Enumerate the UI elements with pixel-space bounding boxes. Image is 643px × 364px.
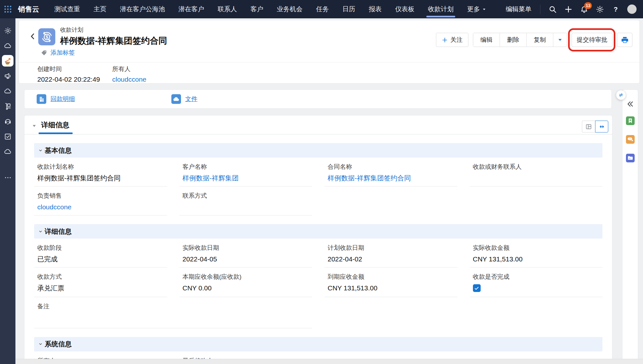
related-links-card: 回款明细文件 xyxy=(24,89,612,109)
tab-detail-info[interactable]: 详细信息 xyxy=(41,120,69,130)
add-tag-row[interactable]: 添加标签 xyxy=(41,49,75,57)
task-check-icon xyxy=(4,132,12,141)
layout-view-icon[interactable] xyxy=(582,121,595,132)
search-icon[interactable] xyxy=(548,5,557,14)
edit-button[interactable]: 编辑 xyxy=(473,33,500,47)
created-time-value: 2022-04-02 20:22:49 xyxy=(37,76,112,83)
help-icon[interactable]: ? xyxy=(611,5,620,14)
field-label: 联系方式 xyxy=(183,192,312,200)
bottom-scrollbar-track[interactable] xyxy=(15,359,643,364)
clone-button[interactable]: 复制 xyxy=(527,33,553,47)
back-chevron-icon[interactable] xyxy=(29,32,37,41)
sidebar-item[interactable] xyxy=(2,131,14,142)
nav-item[interactable]: 潜在客户公海池 xyxy=(113,0,172,18)
owner-link[interactable]: cloudccone xyxy=(112,76,187,83)
nav-item-label: 联系人 xyxy=(218,5,237,14)
field-value: CNY 131,513.00 xyxy=(328,283,457,293)
nav-item-label: 更多 xyxy=(467,5,480,14)
field-value[interactable]: 样例数据-祥辉集团签约合同 xyxy=(328,173,457,183)
delete-button[interactable]: 删除 xyxy=(500,33,527,47)
more-dots-icon xyxy=(4,174,12,182)
related-link-label[interactable]: 文件 xyxy=(185,95,197,103)
notification-badge: 13 xyxy=(584,2,592,9)
section-header[interactable]: 详细信息 xyxy=(34,224,602,239)
bell-icon[interactable]: 13 xyxy=(580,5,588,14)
payment-plan-record-icon: $ xyxy=(38,28,55,45)
chat-bubbles-icon[interactable] xyxy=(626,135,635,144)
related-link-item[interactable]: 文件 xyxy=(171,94,197,104)
field-label: 计划收款日期 xyxy=(328,244,457,252)
panel-swap-toggle-icon[interactable] xyxy=(616,90,626,100)
sidebar-item[interactable] xyxy=(2,70,14,82)
chevron-down-icon xyxy=(38,341,43,347)
section-header[interactable]: 系统信息 xyxy=(34,337,602,351)
nav-item[interactable]: 潜在客户 xyxy=(172,0,211,18)
edit-menu-button[interactable]: 编辑菜单 xyxy=(506,5,531,14)
section-header[interactable]: 基本信息 xyxy=(34,143,602,158)
bookmark-star-icon[interactable] xyxy=(626,116,635,125)
field-row: 收款方式承兑汇票本期应收余额(应收款)CNY 0.00到期应收金额CNY 131… xyxy=(34,268,602,297)
sidebar-item[interactable] xyxy=(2,55,14,67)
field-value: 2022-04-05 xyxy=(183,254,312,264)
more-actions-caret-button[interactable] xyxy=(553,33,567,47)
tag-icon xyxy=(41,50,47,56)
sidebar-item[interactable] xyxy=(2,146,14,157)
related-link-item[interactable]: 回款明细 xyxy=(37,94,75,104)
sidebar-item[interactable] xyxy=(2,40,14,51)
gear-icon[interactable] xyxy=(596,5,604,14)
add-tag-link[interactable]: 添加标签 xyxy=(50,49,75,57)
field-value: CNY 0.00 xyxy=(183,283,312,293)
related-link-label[interactable]: 回款明细 xyxy=(50,95,75,103)
svg-text:$: $ xyxy=(46,34,48,40)
field: 备注 xyxy=(34,297,312,328)
nav-item[interactable]: 联系人 xyxy=(211,0,244,18)
plus-icon[interactable] xyxy=(564,5,573,14)
nav-item[interactable]: 日历 xyxy=(336,0,362,18)
nav-item[interactable]: 测试查重 xyxy=(48,0,87,18)
field-label: 收款是否完成 xyxy=(473,273,603,281)
detail-card: 详细信息 基本信息收款计划名称样例数据-祥辉集团签约合同客户名称样例数据-祥辉集… xyxy=(24,115,612,364)
field-row: 收款计划名称样例数据-祥辉集团签约合同客户名称样例数据-祥辉集团合同名称样例数据… xyxy=(34,158,602,187)
avatar[interactable] xyxy=(627,5,637,14)
sidebar-item[interactable] xyxy=(2,172,14,183)
sidebar-item[interactable] xyxy=(2,25,14,36)
app-launcher-grid-icon[interactable] xyxy=(0,0,15,18)
sidebar-item[interactable] xyxy=(2,100,14,112)
nav-item[interactable]: 更多 xyxy=(460,0,493,18)
detail-tab-row: 详细信息 xyxy=(24,115,612,134)
nav-divider xyxy=(540,5,540,14)
field-value xyxy=(473,283,603,293)
field: 实际收款金额CNY 131,513.00 xyxy=(470,239,603,268)
hand-truck-icon xyxy=(4,102,12,110)
print-button[interactable] xyxy=(617,33,632,47)
headset-chat-icon xyxy=(4,117,12,125)
nav-item[interactable]: 主页 xyxy=(87,0,113,18)
submit-for-approval-button[interactable]: 提交待审批 xyxy=(572,33,612,47)
double-chevron-left-icon[interactable] xyxy=(626,100,634,108)
detail-section: 详细信息收款阶段已完成实际收款日期2022-04-05计划收款日期2022-04… xyxy=(34,224,602,328)
follow-button[interactable]: 关注 xyxy=(436,33,468,47)
nav-item-label: 潜在客户公海池 xyxy=(120,5,165,14)
left-sidebar xyxy=(0,18,15,364)
field-label: 负责销售 xyxy=(37,192,167,200)
nav-item[interactable]: 任务 xyxy=(309,0,336,18)
field-row: 收款阶段已完成实际收款日期2022-04-05计划收款日期2022-04-02实… xyxy=(34,239,602,268)
checkbox-checked[interactable] xyxy=(473,284,481,292)
field-value[interactable]: cloudccone xyxy=(37,202,167,212)
wide-view-icon[interactable] xyxy=(595,121,608,132)
collapse-triangle-icon[interactable] xyxy=(32,123,37,128)
field-label: 备注 xyxy=(37,303,312,310)
nav-item[interactable]: 收款计划 xyxy=(421,0,460,18)
field-value[interactable]: 样例数据-祥辉集团 xyxy=(183,173,312,183)
nav-item[interactable]: 客户 xyxy=(244,0,270,18)
nav-item[interactable]: 业务机会 xyxy=(270,0,309,18)
field: 收款计划名称样例数据-祥辉集团签约合同 xyxy=(34,158,167,187)
nav-item[interactable]: 报表 xyxy=(362,0,388,18)
nav-item[interactable]: 仪表板 xyxy=(388,0,421,18)
folder-icon[interactable] xyxy=(626,154,635,162)
sidebar-item[interactable] xyxy=(2,85,14,97)
sidebar-item[interactable] xyxy=(2,115,14,127)
field-label: 合同名称 xyxy=(328,163,457,171)
action-button-group: 编辑 删除 复制 xyxy=(473,33,567,47)
record-head-text: 收款计划 样例数据-祥辉集团签约合同 xyxy=(60,26,167,47)
